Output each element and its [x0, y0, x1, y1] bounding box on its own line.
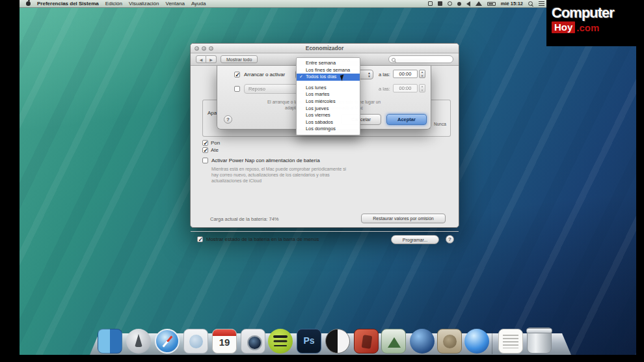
dock-icon-textedit[interactable] [498, 329, 523, 354]
dock-icon-mail[interactable] [183, 329, 208, 354]
sleep-time-field[interactable]: 00:00 [393, 84, 418, 92]
brand-computer-text: Computer [552, 5, 640, 21]
window-titlebar[interactable]: Economizador [191, 44, 459, 53]
dock-icon-red-app[interactable] [354, 329, 379, 354]
slider-never-label: Nunca [434, 122, 446, 126]
computerhoy-logo: Computer Hoy .com [546, 0, 644, 46]
dock-icon-photoshop[interactable]: Ps [297, 329, 321, 354]
menu-item-los-miercoles[interactable]: Los miércoles [297, 98, 360, 105]
disk-sleep-checkbox[interactable] [202, 140, 208, 146]
dock-separator [492, 331, 492, 354]
dock-icon-launchpad[interactable] [126, 329, 151, 354]
sheet-help-button[interactable]: ? [224, 115, 232, 124]
startup-time-stepper[interactable]: ▲▼ [419, 70, 425, 78]
volume-icon[interactable] [466, 1, 470, 7]
dim-display-checkbox[interactable] [202, 147, 208, 153]
dim-display-label-fragment: Ate [211, 147, 219, 153]
checkmark-icon: ✓ [299, 74, 303, 81]
startup-time-field[interactable]: 00:00 [393, 70, 418, 78]
window-help-button[interactable]: ? [446, 235, 454, 244]
dock-icon-blue-sphere-app[interactable] [464, 329, 489, 354]
power-nap-description-line2: hay correo nuevo, actualizaciones de los… [211, 172, 330, 178]
brand-row: Hoy .com [552, 21, 640, 33]
sleep-popup-label: Reposo [248, 86, 265, 92]
schedule-button[interactable]: Programar... [391, 235, 439, 244]
battery-charge-status: Carga actual de la batería: 74% [210, 216, 278, 222]
dim-display-row: Ate [202, 147, 219, 153]
power-nap-label: Activar Power Nap con alimentación de ba… [211, 158, 320, 163]
brand-dotcom-text: .com [576, 22, 599, 33]
search-input[interactable] [388, 55, 453, 63]
menu-item-entre-semana[interactable]: Entre semana [297, 60, 360, 67]
menu-ventana[interactable]: Ventana [166, 1, 185, 7]
back-button[interactable]: ◀ [196, 55, 206, 63]
photoshop-ps-glyph: Ps [297, 335, 321, 346]
menu-item-fines-de-semana[interactable]: Los fines de semana [297, 67, 360, 74]
power-nap-row: Activar Power Nap con alimentación de ba… [202, 158, 320, 163]
startup-time-label: a las: [379, 72, 390, 77]
sleep-time-stepper[interactable]: ▲▼ [419, 84, 425, 92]
menu-ayuda[interactable]: Ayuda [191, 1, 206, 7]
menu-item-los-lunes[interactable]: Los lunes [297, 85, 360, 92]
dock-icon-game-app[interactable] [437, 329, 462, 354]
sleep-time-label: a las: [379, 86, 390, 92]
repeat-dropdown-menu: Entre semana Los fines de semana ✓Todos … [296, 57, 360, 135]
dock-icon-finder[interactable] [98, 329, 122, 354]
menubar-left: Preferencias del Sistema Edición Visuali… [20, 1, 206, 7]
footer-divider [191, 231, 459, 232]
menubar-status-area: mié 15:12 [428, 1, 550, 7]
forward-button[interactable]: ▶ [206, 55, 217, 63]
menu-item-los-viernes[interactable]: Los viernes [297, 112, 360, 119]
popup-arrows-icon: ▲▼ [368, 72, 371, 78]
menu-item-los-domingos[interactable]: Los domingos [297, 126, 360, 133]
battery-icon[interactable] [487, 2, 496, 6]
power-nap-description-line1: Mientras está en reposo, el Mac puede co… [211, 166, 346, 172]
window-title: Economizador [191, 45, 459, 51]
startup-checkbox[interactable] [234, 72, 240, 77]
nav-buttons: ◀ ▶ [196, 55, 217, 63]
dock-icon-camera-app[interactable] [241, 329, 265, 354]
menu-visualizacion[interactable]: Visualización [129, 1, 159, 7]
dock-icon-blue-orb-app[interactable] [410, 329, 435, 354]
menu-item-todos-los-dias[interactable]: ✓Todos los días [297, 74, 360, 81]
app-menu-title[interactable]: Preferencias del Sistema [37, 1, 99, 7]
apple-menu-icon[interactable] [26, 1, 31, 6]
restore-defaults-button[interactable]: Restaurar valores por omisión [361, 214, 446, 223]
mouse-cursor-icon [340, 74, 345, 81]
menu-item-los-jueves[interactable]: Los jueves [297, 105, 360, 113]
show-battery-checkbox[interactable] [197, 236, 203, 242]
spotlight-icon[interactable] [528, 1, 533, 7]
show-all-button[interactable]: Mostrar todo [221, 55, 258, 63]
status-icon-2[interactable] [438, 1, 442, 6]
startup-label: Arrancar o activar [244, 72, 285, 77]
dock-icon-yinyang-app[interactable] [325, 329, 350, 354]
disk-sleep-row: Pon [202, 140, 220, 146]
brand-hoy-badge: Hoy [552, 21, 575, 33]
accept-button[interactable]: Aceptar [386, 114, 427, 125]
menu-item-los-martes[interactable]: Los martes [297, 91, 360, 98]
wifi-icon[interactable] [476, 1, 482, 6]
calendar-day-number: 19 [213, 337, 236, 348]
dock-icon-calendar[interactable]: 19 [212, 329, 237, 354]
menubar: Preferencias del Sistema Edición Visuali… [20, 0, 550, 8]
notification-center-icon[interactable] [539, 1, 544, 6]
show-battery-row: Mostrar estado de la batería en la barra… [197, 236, 319, 242]
menu-edicion[interactable]: Edición [105, 1, 122, 7]
disk-sleep-label-fragment: Pon [211, 140, 220, 146]
dock-icon-spotify[interactable] [268, 329, 293, 354]
status-icon-3[interactable] [457, 2, 461, 6]
time-machine-icon[interactable] [448, 1, 452, 6]
video-frame: Preferencias del Sistema Edición Visuali… [0, 0, 644, 362]
status-icon-1[interactable] [428, 1, 433, 6]
dock-icon-safari[interactable] [155, 329, 180, 354]
sleep-checkbox[interactable] [234, 86, 240, 92]
dock-icon-trash[interactable] [527, 327, 552, 354]
menubar-clock[interactable]: mié 15:12 [501, 1, 523, 7]
dock-icon-photo-app[interactable] [381, 329, 406, 354]
menu-item-los-sabados[interactable]: Los sábados [297, 119, 360, 126]
power-nap-description-line3: actualizaciones de iCloud [211, 178, 262, 184]
desktop-wallpaper: Preferencias del Sistema Edición Visuali… [20, 0, 636, 355]
show-battery-label: Mostrar estado de la batería en la barra… [206, 236, 319, 242]
power-nap-checkbox[interactable] [202, 158, 208, 163]
